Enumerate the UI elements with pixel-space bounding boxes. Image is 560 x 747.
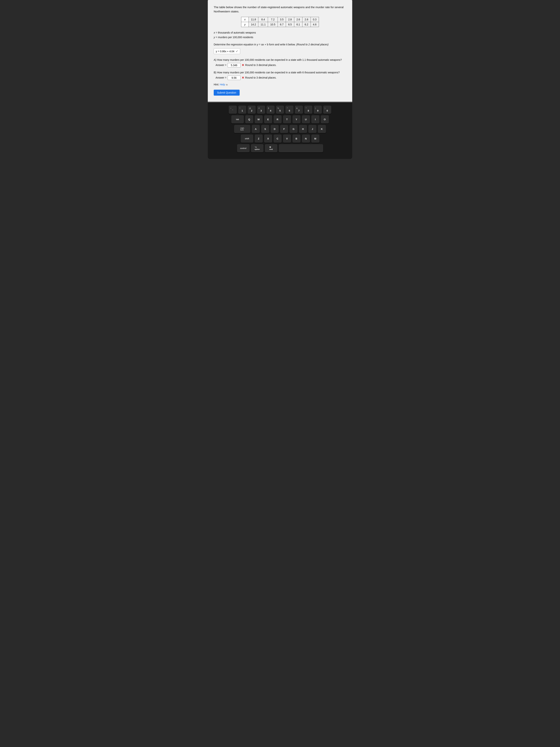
var-x-label: x = thousands of automatic weapons — [214, 30, 346, 35]
row-label-y: y — [241, 22, 248, 27]
key-backtick[interactable]: ~ ` — [229, 106, 237, 114]
key-6[interactable]: ^ 6 — [285, 106, 294, 114]
answer-a-input[interactable] — [228, 63, 241, 68]
regression-answer-text: y = 0.86x + 4.04 — [216, 50, 234, 53]
hint-row: Hint: Help ⧉ — [214, 83, 346, 86]
key-i[interactable]: I — [311, 115, 319, 123]
key-5[interactable]: % 5 — [276, 106, 284, 114]
key-8[interactable]: * 8 — [304, 106, 313, 114]
key-space[interactable] — [279, 144, 323, 152]
regression-answer-box: y = 0.86x + 4.04 ✓ — [214, 48, 240, 54]
key-y[interactable]: Y — [292, 115, 300, 123]
var-y-label: y = murders per 100,000 residents — [214, 35, 346, 40]
key-u[interactable]: U — [302, 115, 310, 123]
answer-b-input[interactable] — [228, 76, 241, 80]
key-3[interactable]: # 3 — [257, 106, 265, 114]
key-caps-lock[interactable]: capslock — [234, 125, 250, 133]
key-k[interactable]: K — [318, 125, 326, 133]
key-a[interactable]: A — [252, 125, 260, 133]
key-q[interactable]: Q — [245, 115, 254, 123]
keyboard-row-bottom: control ⌥option ⌘cmd — [210, 144, 350, 152]
key-0[interactable]: ) 0 — [323, 106, 331, 114]
answer-a-wrong-icon: ✕ — [242, 63, 244, 68]
key-7[interactable]: & 7 — [295, 106, 303, 114]
key-j[interactable]: J — [308, 125, 317, 133]
key-v[interactable]: V — [283, 134, 291, 143]
key-c[interactable]: C — [273, 134, 282, 143]
answer-b-note: Round to 3 decimal places. — [245, 76, 276, 80]
answer-a-row: Answer = ✕ Round to 3 decimal places. — [216, 63, 346, 68]
answer-b-wrong-icon: ✕ — [242, 75, 244, 80]
key-tab[interactable]: tab — [231, 115, 244, 123]
keyboard: ~ ` ! 1 @ 2 # 3 $ 4 % 5 ^ 6 & 7 — [208, 102, 352, 159]
check-icon: ✓ — [236, 49, 238, 53]
key-g[interactable]: G — [289, 125, 298, 133]
key-r[interactable]: R — [273, 115, 282, 123]
external-link-icon: ⧉ — [226, 83, 228, 86]
key-shift[interactable]: shift — [241, 134, 254, 143]
intro-text: The table below shows the number of stat… — [214, 5, 346, 14]
key-h[interactable]: H — [299, 125, 307, 133]
variables-legend: x = thousands of automatic weapons y = m… — [214, 30, 346, 40]
table-row-x: x 11.8 8.4 7.2 3.5 2.8 2.6 2.6 0.3 — [241, 17, 319, 22]
key-z[interactable]: Z — [255, 134, 263, 143]
question-a-text: A) How many murders per 100,000 resident… — [214, 58, 346, 62]
question-a-section: A) How many murders per 100,000 resident… — [214, 58, 346, 68]
keyboard-row-asdf: capslock A S D F G H J K — [210, 125, 350, 133]
answer-a-note: Round to 3 decimal places. — [245, 63, 276, 67]
submit-button[interactable]: Submit Question — [214, 90, 240, 96]
answer-b-row: Answer = ✕ Round to 3 decimal places. — [216, 75, 346, 80]
key-s[interactable]: S — [261, 125, 269, 133]
question-b-section: B) How many murders per 100,000 resident… — [214, 70, 346, 80]
row-label-x: x — [241, 17, 248, 22]
key-o[interactable]: O — [321, 115, 329, 123]
key-9[interactable]: ( 9 — [314, 106, 322, 114]
hint-link[interactable]: Help ⧉ — [220, 83, 228, 86]
answer-a-label: Answer = — [216, 63, 226, 67]
key-control[interactable]: control — [237, 144, 250, 152]
screen-content: The table below shows the number of stat… — [208, 0, 352, 102]
keyboard-row-zxcv: shift Z X C V B N M — [210, 134, 350, 143]
data-table: x 11.8 8.4 7.2 3.5 2.8 2.6 2.6 0.3 y 14.… — [241, 17, 319, 27]
key-n[interactable]: N — [302, 134, 310, 143]
key-m[interactable]: M — [311, 134, 319, 143]
key-4[interactable]: $ 4 — [266, 106, 275, 114]
hint-label: Hint: — [214, 83, 219, 86]
keyboard-row-qwerty: tab Q W E R T Y U I O — [210, 115, 350, 123]
key-w[interactable]: W — [255, 115, 263, 123]
key-command[interactable]: ⌘cmd — [265, 144, 277, 152]
key-t[interactable]: T — [283, 115, 291, 123]
keyboard-row-numbers: ~ ` ! 1 @ 2 # 3 $ 4 % 5 ^ 6 & 7 — [210, 106, 350, 114]
key-e[interactable]: E — [264, 115, 272, 123]
key-d[interactable]: D — [271, 125, 279, 133]
key-option[interactable]: ⌥option — [251, 144, 264, 152]
key-f[interactable]: F — [280, 125, 288, 133]
key-2[interactable]: @ 2 — [247, 106, 256, 114]
regression-direction: Determine the regression equation in y =… — [214, 43, 346, 47]
answer-b-label: Answer = — [216, 76, 226, 80]
key-1[interactable]: ! 1 — [238, 106, 246, 114]
key-b[interactable]: B — [292, 134, 300, 143]
key-x[interactable]: X — [264, 134, 272, 143]
table-row-y: y 14.2 11.1 10.5 6.7 6.5 6.1 6.2 4.6 — [241, 22, 319, 27]
question-b-text: B) How many murders per 100,000 resident… — [214, 70, 346, 75]
data-table-wrapper: x 11.8 8.4 7.2 3.5 2.8 2.6 2.6 0.3 y 14.… — [214, 17, 346, 27]
